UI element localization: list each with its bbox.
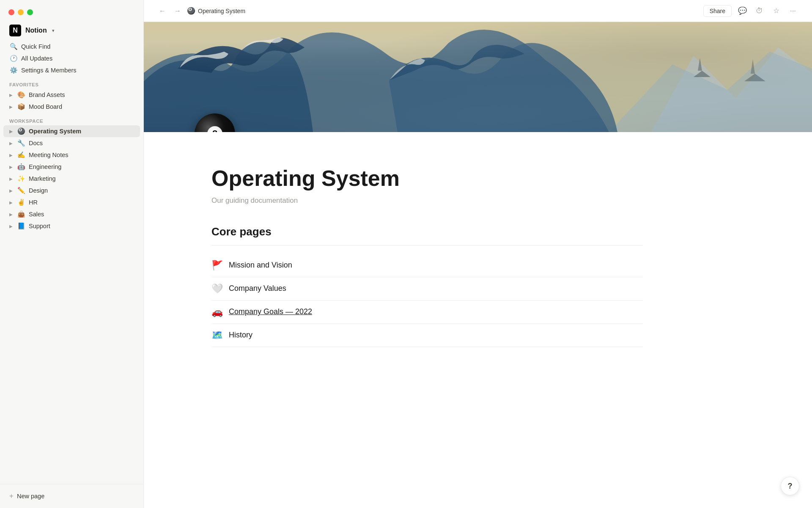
sidebar-item-settings[interactable]: ⚙️ Settings & Members xyxy=(3,64,140,76)
back-button[interactable]: ← xyxy=(156,5,168,17)
meeting-notes-emoji: ✍️ xyxy=(17,151,25,159)
docs-label: Docs xyxy=(29,140,43,146)
eight-ball-icon: 8 xyxy=(195,113,235,132)
marketing-emoji: ✨ xyxy=(17,175,25,182)
sidebar-item-sales[interactable]: ▶ 👜 Sales xyxy=(3,208,140,220)
topbar: ← → 🎱 Operating System Share 💬 ⏱ ☆ ··· xyxy=(144,0,812,22)
chevron-right-icon: ▶ xyxy=(9,200,13,205)
page-body: Operating System Our guiding documentati… xyxy=(144,132,736,381)
topbar-left: ← → 🎱 Operating System xyxy=(156,5,245,17)
plus-icon: + xyxy=(9,492,14,500)
support-emoji: 📘 xyxy=(17,222,25,230)
mission-vision-emoji: 🚩 xyxy=(211,260,223,271)
sales-label: Sales xyxy=(29,211,44,218)
forward-icon: → xyxy=(174,7,181,15)
new-page-label: New page xyxy=(17,493,44,500)
clock-icon: 🕐 xyxy=(9,55,18,62)
sidebar-item-support[interactable]: ▶ 📘 Support xyxy=(3,220,140,232)
mood-board-emoji: 📦 xyxy=(17,103,25,110)
chevron-right-icon: ▶ xyxy=(9,212,13,217)
section-divider xyxy=(211,245,643,246)
minimize-button[interactable] xyxy=(18,9,24,15)
sidebar-item-operating-system[interactable]: ▶ 🎱 Operating System xyxy=(3,125,140,137)
comment-icon: 💬 xyxy=(738,6,747,15)
support-label: Support xyxy=(29,223,50,229)
mood-board-label: Mood Board xyxy=(29,103,62,110)
gear-icon: ⚙️ xyxy=(9,66,18,74)
sidebar-item-marketing[interactable]: ▶ ✨ Marketing xyxy=(3,173,140,185)
sidebar-item-brand-assets[interactable]: ▶ 🎨 Brand Assets xyxy=(3,89,140,101)
forward-button[interactable]: → xyxy=(172,5,184,17)
notion-workspace-header[interactable]: N Notion ▾ xyxy=(3,22,140,39)
workspace-section-label: WORKSPACE xyxy=(0,113,143,125)
page-icon[interactable]: 8 xyxy=(195,113,235,132)
core-page-mission-vision[interactable]: 🚩 Mission and Vision xyxy=(211,254,643,277)
sales-emoji: 👜 xyxy=(17,210,25,218)
core-page-company-goals[interactable]: 🚗 Company Goals — 2022 xyxy=(211,301,643,324)
company-goals-emoji: 🚗 xyxy=(211,306,223,318)
sidebar-item-quick-find[interactable]: 🔍 Quick Find xyxy=(3,41,140,52)
history-button[interactable]: ⏱ xyxy=(753,5,765,17)
chevron-right-icon: ▶ xyxy=(9,93,13,97)
breadcrumb: 🎱 Operating System xyxy=(187,7,245,15)
brand-assets-emoji: 🎨 xyxy=(17,91,25,99)
close-button[interactable] xyxy=(8,9,14,15)
new-page-button[interactable]: + New page xyxy=(0,488,143,505)
sidebar-item-hr[interactable]: ▶ ✌️ HR xyxy=(3,196,140,208)
core-page-company-values[interactable]: 🤍 Company Values xyxy=(211,277,643,301)
search-icon: 🔍 xyxy=(9,43,18,50)
hr-emoji: ✌️ xyxy=(17,199,25,206)
design-emoji: ✏️ xyxy=(17,187,25,194)
breadcrumb-icon: 🎱 xyxy=(187,7,195,15)
topbar-right: Share 💬 ⏱ ☆ ··· xyxy=(703,5,799,17)
favorite-button[interactable]: ☆ xyxy=(770,5,782,17)
history-icon: ⏱ xyxy=(756,7,763,15)
design-label: Design xyxy=(29,187,48,194)
engineering-label: Engineering xyxy=(29,163,61,170)
chevron-right-icon: ▶ xyxy=(9,129,13,134)
page-cover: 8 xyxy=(144,22,812,132)
history-emoji: 🗺️ xyxy=(211,330,223,341)
sidebar-item-docs[interactable]: ▶ 🔧 Docs xyxy=(3,137,140,149)
sidebar-item-meeting-notes[interactable]: ▶ ✍️ Meeting Notes xyxy=(3,149,140,161)
chevron-right-icon: ▶ xyxy=(9,188,13,193)
quick-find-label: Quick Find xyxy=(21,43,50,50)
core-page-history[interactable]: 🗺️ History xyxy=(211,324,643,347)
window-controls xyxy=(0,0,143,22)
chevron-right-icon: ▶ xyxy=(9,224,13,229)
chevron-right-icon: ▶ xyxy=(9,165,13,169)
chevron-right-icon: ▶ xyxy=(9,141,13,146)
share-button[interactable]: Share xyxy=(703,5,732,17)
eight-ball-number: 8 xyxy=(207,126,222,132)
engineering-emoji: 🤖 xyxy=(17,163,25,171)
star-icon: ☆ xyxy=(773,6,779,15)
help-button[interactable]: ? xyxy=(781,477,799,495)
back-icon: ← xyxy=(159,7,166,15)
chevron-right-icon: ▶ xyxy=(9,177,13,181)
sidebar-item-engineering[interactable]: ▶ 🤖 Engineering xyxy=(3,161,140,173)
maximize-button[interactable] xyxy=(27,9,33,15)
chevron-down-icon: ▾ xyxy=(52,28,55,33)
operating-system-emoji: 🎱 xyxy=(17,127,25,135)
sidebar-item-design[interactable]: ▶ ✏️ Design xyxy=(3,185,140,196)
company-values-label: Company Values xyxy=(229,284,286,293)
more-button[interactable]: ··· xyxy=(787,5,799,17)
more-icon: ··· xyxy=(790,7,796,15)
chevron-right-icon: ▶ xyxy=(9,105,13,109)
page-title: Operating System xyxy=(211,166,643,191)
settings-label: Settings & Members xyxy=(21,67,77,74)
breadcrumb-title: Operating System xyxy=(198,8,245,14)
brand-assets-label: Brand Assets xyxy=(29,91,65,98)
company-goals-label: Company Goals — 2022 xyxy=(229,307,312,316)
sidebar-item-all-updates[interactable]: 🕐 All Updates xyxy=(3,52,140,64)
comment-button[interactable]: 💬 xyxy=(736,5,749,17)
marketing-label: Marketing xyxy=(29,175,56,182)
history-label: History xyxy=(229,331,252,340)
chevron-right-icon: ▶ xyxy=(9,153,13,157)
page-subtitle: Our guiding documentation xyxy=(211,196,643,205)
company-values-emoji: 🤍 xyxy=(211,283,223,294)
wave-art xyxy=(144,22,812,132)
core-pages-heading: Core pages xyxy=(211,225,643,238)
sidebar-item-mood-board[interactable]: ▶ 📦 Mood Board xyxy=(3,101,140,113)
main-content: ← → 🎱 Operating System Share 💬 ⏱ ☆ ··· xyxy=(144,0,812,508)
